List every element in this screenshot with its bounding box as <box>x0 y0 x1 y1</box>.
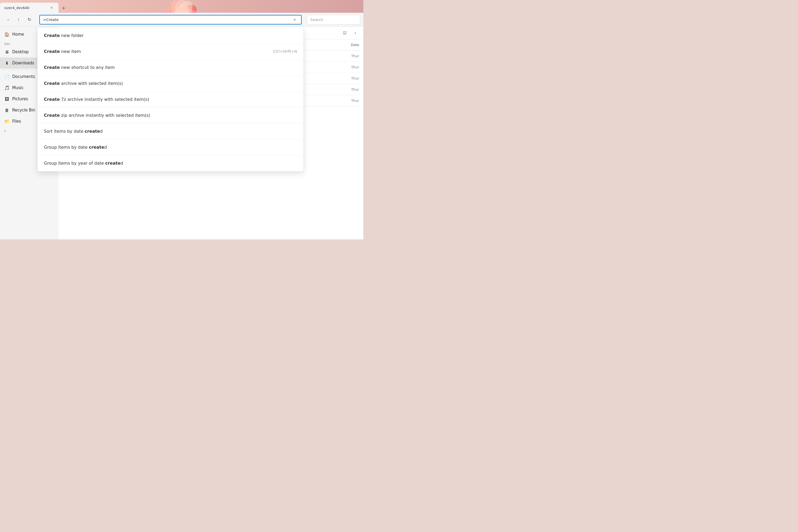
date-column-header: Date <box>351 43 359 47</box>
chevron-right-icon: › <box>355 31 356 35</box>
sidebar-item-documents-label: Documents <box>12 74 35 79</box>
address-clear-button[interactable]: × <box>291 17 298 23</box>
command-item-create-7z[interactable]: Create 7z archive instantly with selecte… <box>38 92 304 108</box>
address-container: >Create × Create new folderCreate new it… <box>37 15 304 24</box>
sidebar-item-desktop-label: Desktop <box>12 50 29 54</box>
command-item-text: Group items by date created <box>44 145 297 150</box>
search-placeholder: Search <box>310 18 323 22</box>
recycle-bin-icon: 🗑 <box>4 108 10 113</box>
row-date-1: Thur <box>351 54 359 58</box>
refresh-icon: ↻ <box>28 17 31 22</box>
tab-bar: sizer4_dev640 × + <box>0 0 363 13</box>
search-box[interactable]: Search <box>307 15 360 24</box>
pictures-icon: 🖼 <box>4 97 10 101</box>
command-item-text: Group items by year of date created <box>44 161 297 166</box>
files-icon: 📁 <box>4 119 10 124</box>
up-button[interactable]: ↑ <box>14 15 23 24</box>
row-date-3: Thur <box>351 76 359 80</box>
sidebar-item-recycle-bin-label: Recycle Bin <box>12 108 35 113</box>
sidebar-item-music-label: Music <box>12 86 24 90</box>
command-item-group-by-year-created[interactable]: Group items by year of date created <box>38 155 304 171</box>
command-item-text: Create 7z archive instantly with selecte… <box>44 97 297 102</box>
downloads-icon: ⬇ <box>4 61 10 66</box>
home-icon: 🏠 <box>4 32 10 37</box>
command-item-text: Create archive with selected item(s) <box>44 81 297 86</box>
address-bar[interactable]: >Create × <box>39 15 302 24</box>
command-item-text: Create new item <box>44 49 273 54</box>
command-item-text: Sort items by date created <box>44 129 297 134</box>
forward-icon: → <box>6 17 10 22</box>
sidebar-item-home-label: Home <box>12 32 24 37</box>
command-item-sort-by-date-created[interactable]: Sort items by date created <box>38 124 304 139</box>
row-date-5: Thur <box>351 99 359 103</box>
active-tab[interactable]: sizer4_dev640 × <box>0 3 58 13</box>
address-text: >Create <box>43 18 291 22</box>
checkbox-icon: ☑ <box>343 31 346 35</box>
command-item-create-archive[interactable]: Create archive with selected item(s) <box>38 76 304 92</box>
command-item-text: Create new shortcut to any item <box>44 65 297 70</box>
forward-button[interactable]: → <box>3 15 13 24</box>
sidebar-item-pictures-label: Pictures <box>12 97 28 101</box>
command-item-text: Create zip archive instantly with select… <box>44 113 297 118</box>
checkbox-view-button[interactable]: ☑ <box>340 28 349 38</box>
documents-icon: 📄 <box>4 74 10 79</box>
command-item-create-new-folder[interactable]: Create new folder <box>38 28 304 44</box>
tab-close-button[interactable]: × <box>49 5 54 11</box>
new-tab-button[interactable]: + <box>58 3 69 13</box>
command-item-create-new-shortcut[interactable]: Create new shortcut to any item <box>38 60 304 76</box>
up-icon: ↑ <box>18 17 20 22</box>
refresh-button[interactable]: ↻ <box>24 15 34 24</box>
command-item-group-by-date-created[interactable]: Group items by date created <box>38 139 304 155</box>
row-date-2: Thur <box>351 65 359 69</box>
tab-title: sizer4_dev640 <box>4 6 46 10</box>
music-icon: 🎵 <box>4 86 10 91</box>
sidebar-item-files-label: Files <box>12 119 21 124</box>
command-palette: Create new folderCreate new itemCtrl+Shi… <box>37 28 304 172</box>
sidebar-item-downloads-label: Downloads <box>12 61 34 65</box>
chevron-button[interactable]: › <box>350 28 360 38</box>
desktop-icon: 🖥 <box>4 50 10 55</box>
command-shortcut: Ctrl+Shift+N <box>273 49 297 54</box>
command-item-text: Create new folder <box>44 33 297 38</box>
command-item-create-new-item[interactable]: Create new itemCtrl+Shift+N <box>38 44 304 60</box>
row-date-4: Thur <box>351 88 359 92</box>
command-item-create-zip[interactable]: Create zip archive instantly with select… <box>38 108 304 124</box>
toolbar: → ↑ ↻ >Create × Create new folderCreate … <box>0 13 363 26</box>
